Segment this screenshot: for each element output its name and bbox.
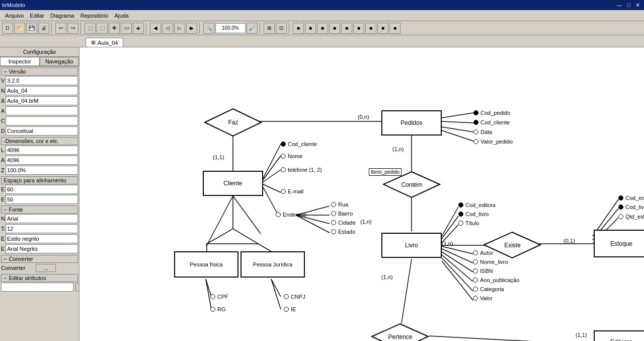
tb-rel[interactable]: ◈	[133, 23, 144, 34]
prop-input-obs[interactable]	[6, 116, 78, 125]
section-dimensoes[interactable]: -Dimensões, cor e etc.	[1, 137, 78, 145]
tb-print[interactable]: 🖨	[38, 23, 49, 34]
tb-save[interactable]: 💾	[26, 23, 37, 34]
section-editar-atributos[interactable]: − Editar atributos	[1, 274, 78, 282]
editar-atributos-button[interactable]: ...	[75, 283, 79, 291]
tb-new[interactable]: 🗋	[2, 23, 13, 34]
attr-categoria: Categoria	[473, 286, 504, 292]
tb-b9[interactable]: ■	[389, 23, 400, 34]
menu-editar[interactable]: Editar	[27, 12, 47, 20]
prop-label-tam-fonte: Tamanho da	[1, 226, 5, 232]
zoom-input[interactable]: 100.0%	[215, 23, 246, 33]
prop-estilo-fonte: Estilo da fon	[1, 234, 78, 243]
attr-nome: Nome	[281, 153, 302, 159]
attr-cod-editora-livro: Cod_editora	[458, 202, 496, 208]
prop-input-tam-fonte[interactable]	[6, 224, 78, 233]
section-converter[interactable]: − Converter	[1, 255, 78, 263]
tb-b6[interactable]: ■	[353, 23, 364, 34]
prop-input-nome-fonte[interactable]	[6, 214, 78, 223]
prop-input-altura[interactable]	[6, 156, 78, 165]
entity-livro[interactable]: Livro	[381, 233, 442, 258]
tb-b4[interactable]: ■	[329, 23, 340, 34]
tb-b7[interactable]: ■	[365, 23, 376, 34]
menu-ajuda[interactable]: Ajuda	[111, 12, 131, 20]
prop-label-editar-fonte: Editar fonte	[1, 246, 5, 252]
tb-select2[interactable]: ⬚	[97, 23, 108, 34]
section-espaco[interactable]: Espaço para alinhamento	[1, 176, 78, 184]
converter-button[interactable]: ...	[36, 264, 56, 272]
attr-rg: RG	[210, 306, 226, 312]
entity-estoque[interactable]: Estoque	[594, 230, 644, 257]
entity-pessoa-juridica[interactable]: Pessoa Jurídica	[240, 251, 305, 278]
prop-obs: Observação	[1, 116, 78, 125]
menu-diagrama[interactable]: Diagrama	[47, 12, 77, 20]
section-versao[interactable]: − Versão	[1, 67, 78, 76]
entity-pedidos[interactable]: Pedidos	[381, 110, 442, 135]
editar-atributos-input[interactable]	[1, 283, 73, 292]
prop-input-arquivo[interactable]	[6, 96, 78, 105]
attr-circle-cpf	[210, 294, 215, 299]
attr-email: E-mail	[281, 188, 303, 194]
tb-undo[interactable]: ↩	[55, 23, 66, 34]
prop-input-estilo[interactable]	[6, 234, 78, 243]
entity-editoras[interactable]: Editoras	[594, 330, 644, 341]
prop-input-largura[interactable]	[6, 146, 78, 155]
title-bar: brModelo — □ ✕	[0, 0, 644, 10]
tb-nav4[interactable]: ▶	[186, 23, 197, 34]
attr-circle-estado	[331, 229, 336, 234]
menu-repositorio[interactable]: Repositório	[77, 12, 112, 20]
tb-move[interactable]: ✥	[109, 23, 120, 34]
svg-line-4	[263, 170, 281, 182]
rel-pertence[interactable]: Pertence	[371, 323, 429, 341]
lbl-0n: (0,n)	[358, 114, 369, 120]
tb-fit[interactable]: ⊞	[264, 23, 275, 34]
tb-nav3[interactable]: ▷	[174, 23, 185, 34]
prop-input-editar-fonte[interactable]	[6, 244, 78, 253]
tb-redo[interactable]: ↪	[67, 23, 78, 34]
tb-open[interactable]: 📂	[14, 23, 25, 34]
svg-line-22	[442, 121, 473, 123]
prop-input-diagrama[interactable]	[6, 126, 78, 135]
diagram-canvas[interactable]: Cliente Pedidos Itens_pedido Livro Estoq…	[79, 47, 644, 341]
window-controls[interactable]: — □ ✕	[614, 2, 642, 9]
prop-input-vert[interactable]	[6, 195, 78, 204]
prop-esp-vert: Espaço verti	[1, 195, 78, 204]
tb-zoom-btn[interactable]: 🔎	[247, 23, 258, 34]
tb-b2[interactable]: ■	[305, 23, 316, 34]
attr-circle-cod-cliente-ped	[473, 120, 478, 125]
prop-input-zoom[interactable]	[6, 166, 78, 175]
attr-circle-cod-cliente	[281, 142, 286, 147]
prop-label-arquivo: Arquivo	[1, 98, 5, 104]
attr-circle-cod-pedido	[473, 110, 478, 115]
sep2	[80, 23, 83, 34]
prop-input-versao[interactable]	[6, 76, 78, 85]
tb-b5[interactable]: ■	[341, 23, 352, 34]
tb-entity[interactable]: ▭	[121, 23, 132, 34]
rel-faz[interactable]: Faz	[204, 108, 262, 137]
tb-zoom-icon[interactable]: 🔍	[203, 23, 214, 34]
prop-input-horiz[interactable]	[6, 185, 78, 194]
attr-cod-cliente-ped: Cod_cliente	[473, 119, 510, 125]
sidebar-tab-inspector[interactable]: Inspector	[0, 57, 40, 66]
tab-aula04[interactable]: ⊞ Aula_04	[86, 38, 123, 47]
sidebar-tab-navegacao[interactable]: Navegação	[40, 57, 79, 66]
entity-pessoa-fisica[interactable]: Pessoa física	[174, 251, 238, 278]
minimize-button[interactable]: —	[614, 2, 624, 9]
tb-fit2[interactable]: ⊡	[276, 23, 287, 34]
prop-input-nome[interactable]	[6, 86, 78, 95]
tb-select[interactable]: ⬚	[85, 23, 96, 34]
prop-label-vert: Espaço verti	[1, 196, 5, 202]
tb-b3[interactable]: ■	[317, 23, 328, 34]
tb-b8[interactable]: ■	[377, 23, 388, 34]
entity-cliente[interactable]: Cliente	[203, 171, 263, 196]
tb-nav2[interactable]: ◁	[162, 23, 173, 34]
close-button[interactable]: ✕	[633, 2, 642, 9]
rel-contem[interactable]: Contém	[383, 171, 441, 198]
tb-b1[interactable]: ■	[293, 23, 304, 34]
restore-button[interactable]: □	[625, 2, 632, 9]
menu-arquivo[interactable]: Arquivo	[2, 12, 27, 20]
attr-data: Data	[473, 129, 492, 135]
prop-input-autor[interactable]	[6, 106, 78, 115]
section-fonte[interactable]: − Fonte	[1, 206, 78, 214]
tb-nav1[interactable]: ◀	[150, 23, 161, 34]
